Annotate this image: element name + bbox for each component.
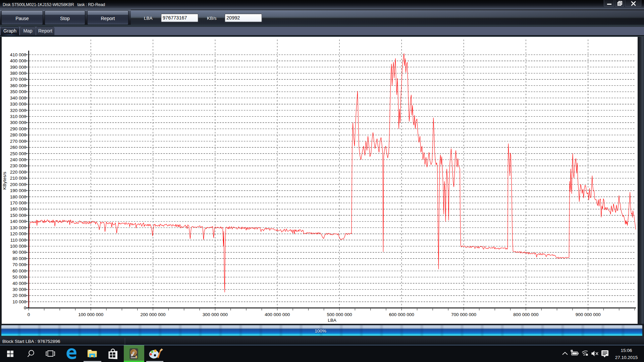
svg-text:10 000: 10 000 [12,299,26,304]
svg-text:380 000: 380 000 [10,71,26,76]
svg-text:160 000: 160 000 [10,206,26,212]
svg-text:800 000 000: 800 000 000 [513,312,538,317]
svg-text:30 000: 30 000 [12,287,26,292]
svg-text:500 000 000: 500 000 000 [327,312,352,317]
svg-text:210 000: 210 000 [10,176,26,181]
svg-text:700 000 000: 700 000 000 [451,312,476,317]
svg-text:20 000: 20 000 [12,293,26,298]
svg-text:320 000: 320 000 [10,108,26,113]
svg-text:400 000: 400 000 [10,58,26,63]
svg-text:80 000: 80 000 [12,256,26,261]
svg-text:200 000: 200 000 [10,182,26,187]
svg-text:0: 0 [28,312,30,317]
svg-text:270 000: 270 000 [10,139,26,144]
svg-text:290 000: 290 000 [10,126,26,131]
svg-text:340 000: 340 000 [10,96,26,101]
svg-text:180 000: 180 000 [10,194,26,199]
svg-text:110 000: 110 000 [10,238,26,243]
svg-text:370 000: 370 000 [10,77,26,82]
svg-text:350 000: 350 000 [10,89,26,94]
svg-text:250 000: 250 000 [10,151,26,156]
svg-text:200 000 000: 200 000 000 [141,312,166,317]
svg-text:140 000: 140 000 [10,219,26,224]
svg-text:130 000: 130 000 [10,225,26,230]
svg-text:410 000: 410 000 [10,52,26,57]
svg-text:900 000 000: 900 000 000 [576,312,601,317]
svg-text:220 000: 220 000 [10,170,26,175]
svg-text:190 000: 190 000 [10,188,26,193]
svg-text:330 000: 330 000 [10,102,26,107]
svg-text:120 000: 120 000 [10,231,26,236]
svg-text:60 000: 60 000 [12,268,26,274]
svg-text:240 000: 240 000 [10,157,26,162]
svg-text:KBytes/s: KBytes/s [2,172,7,190]
svg-text:0: 0 [24,305,26,310]
svg-text:100 000: 100 000 [10,244,26,249]
svg-text:90 000: 90 000 [12,250,26,255]
svg-text:360 000: 360 000 [10,83,26,88]
svg-text:40 000: 40 000 [12,281,26,286]
svg-text:280 000: 280 000 [10,132,26,137]
svg-text:150 000: 150 000 [10,213,26,218]
svg-text:310 000: 310 000 [10,114,26,119]
svg-text:300 000 000: 300 000 000 [203,312,228,317]
svg-text:170 000: 170 000 [10,200,26,205]
svg-text:390 000: 390 000 [10,65,26,70]
svg-text:400 000 000: 400 000 000 [265,312,290,317]
svg-text:260 000: 260 000 [10,145,26,150]
svg-text:230 000: 230 000 [10,163,26,168]
svg-text:70 000: 70 000 [12,262,26,267]
svg-text:LBA: LBA [328,318,336,323]
svg-text:600 000 000: 600 000 000 [389,312,414,317]
svg-text:50 000: 50 000 [12,275,26,280]
svg-text:100 000 000: 100 000 000 [78,312,103,317]
svg-text:300 000: 300 000 [10,120,26,125]
